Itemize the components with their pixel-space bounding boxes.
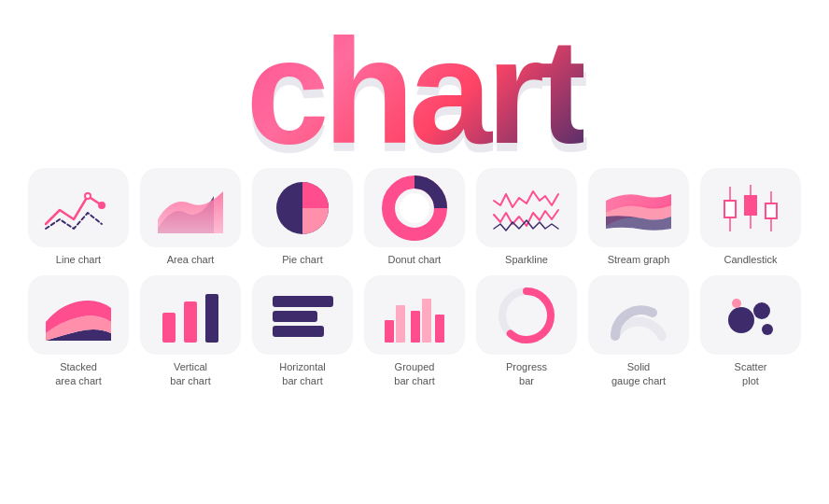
svg-point-1 [85,193,91,199]
horizontal-bar-chart-label: Horizontalbar chart [279,360,326,387]
svg-rect-16 [273,326,324,337]
svg-rect-20 [422,299,431,343]
svg-point-4 [400,193,429,223]
vertical-bar-chart-item[interactable]: Verticalbar chart [140,275,241,387]
grouped-bar-chart-item[interactable]: Groupedbar chart [364,275,465,387]
stream-graph-label: Stream graph [608,253,670,266]
horizontal-bar-chart-icon-box [252,275,353,355]
svg-point-27 [732,299,741,308]
hero-title: chart chart [0,9,829,173]
vertical-bar-chart-icon-box [140,275,241,355]
svg-rect-6 [724,201,736,217]
candlestick-icon-box [700,168,801,247]
vertical-bar-chart-label: Verticalbar chart [170,360,210,387]
grouped-bar-chart-icon-box [364,275,465,355]
svg-rect-12 [184,301,197,343]
line-chart-icon-box [28,168,129,247]
candlestick-label: Candlestick [724,253,778,266]
line-chart-label: Line chart [56,253,101,266]
scatter-plot-icon-box [700,275,801,355]
area-chart-label: Area chart [167,253,215,266]
svg-point-25 [753,302,770,319]
stacked-area-chart-item[interactable]: Stackedarea chart [28,275,129,387]
scatter-plot-item[interactable]: Scatterplot [700,275,801,387]
solid-gauge-chart-icon-box [588,275,689,355]
scatter-plot-label: Scatterplot [735,360,767,387]
chart-grid: Line chart [9,168,820,387]
candlestick-item[interactable]: Candlestick [700,168,801,266]
chart-row-2: Stackedarea chart Verticalbar chart [28,275,801,387]
solid-gauge-chart-label: Solidgauge chart [611,360,666,387]
progress-bar-icon-box [476,275,577,355]
pie-chart-label: Pie chart [282,253,322,266]
progress-bar-label: Progressbar [506,360,547,387]
svg-rect-14 [273,296,333,307]
svg-rect-15 [273,311,317,322]
stream-graph-icon-box [588,168,689,247]
svg-rect-17 [385,320,394,343]
svg-rect-18 [396,305,405,343]
stream-graph-item[interactable]: Stream graph [588,168,689,266]
area-chart-icon-box [140,168,241,247]
svg-rect-10 [766,203,777,218]
stacked-area-chart-icon-box [28,275,129,355]
donut-chart-label: Donut chart [388,253,442,266]
svg-point-24 [728,307,754,333]
sparkline-label: Sparkline [505,253,548,266]
progress-bar-item[interactable]: Progressbar [476,275,577,387]
svg-point-0 [98,202,105,209]
svg-rect-13 [205,294,218,343]
hero-fg-text: chart [246,6,583,177]
grouped-bar-chart-label: Groupedbar chart [394,360,434,387]
stacked-area-chart-label: Stackedarea chart [55,360,102,387]
svg-rect-11 [162,313,176,343]
svg-point-26 [762,324,773,335]
svg-rect-8 [745,196,756,215]
area-chart-item[interactable]: Area chart [140,168,241,266]
svg-rect-19 [411,311,420,343]
horizontal-bar-chart-item[interactable]: Horizontalbar chart [252,275,353,387]
line-chart-item[interactable]: Line chart [28,168,129,266]
svg-rect-21 [435,315,444,343]
solid-gauge-chart-item[interactable]: Solidgauge chart [588,275,689,387]
